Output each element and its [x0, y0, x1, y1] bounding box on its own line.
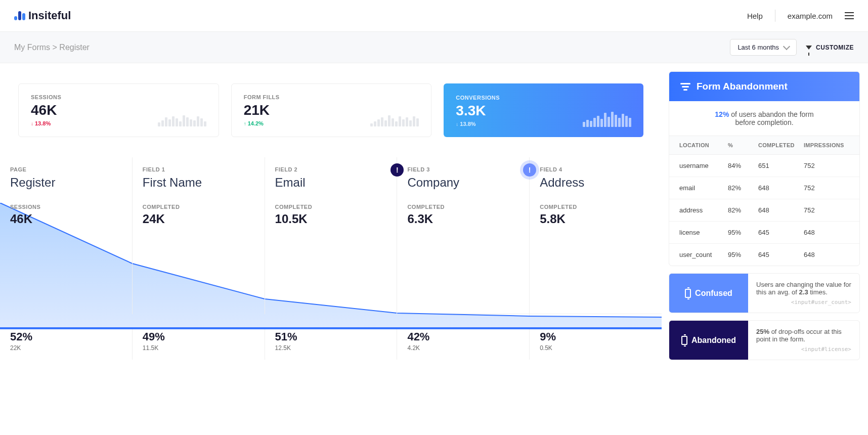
table-row[interactable]: license95%645648 [669, 222, 859, 244]
funnel-column[interactable]: !FIELD 3CompanyCOMPLETED6.3K [397, 157, 529, 314]
date-range-select[interactable]: Last 6 months [730, 39, 797, 56]
abandoned-insight[interactable]: Abandoned 25% of drop-offs occur at this… [669, 320, 860, 360]
abandonment-panel: Form Abandonment 12% of users abandon th… [669, 71, 860, 266]
sparkline [583, 109, 631, 127]
confused-badge: Confused [669, 274, 748, 313]
abandonment-pct: 12% [715, 110, 729, 118]
sparkline [370, 108, 419, 126]
abandonment-title: Form Abandonment [697, 81, 788, 92]
header-right: Help example.com [747, 10, 854, 22]
table-row[interactable]: email82%648752 [669, 177, 859, 199]
stat-cards: SESSIONS46K↓13.8%FORM FILLS21K↑14.2%CONV… [0, 73, 662, 147]
confused-insight[interactable]: Confused Users are changing the value fo… [669, 273, 860, 313]
help-link[interactable]: Help [747, 12, 763, 20]
abandonment-summary: 12% of users abandon the form before com… [669, 101, 859, 136]
abandoned-text: 25% of drop-offs occur at this point in … [748, 321, 859, 360]
abandonment-table-head: LOCATION % COMPLETED IMPRESSIONS [669, 136, 859, 155]
funnel-icon [680, 83, 690, 91]
app-header: Insiteful Help example.com [0, 0, 868, 32]
subheader-controls: Last 6 months CUSTOMIZE [730, 39, 854, 56]
subheader: My Forms > Register Last 6 months CUSTOM… [0, 32, 868, 63]
text-cursor-icon [681, 336, 687, 345]
customize-label: CUSTOMIZE [816, 44, 854, 51]
right-pane: Form Abandonment 12% of users abandon th… [669, 63, 868, 375]
table-row[interactable]: username84%651752 [669, 155, 859, 177]
stat-card[interactable]: FORM FILLS21K↑14.2% [231, 83, 432, 137]
left-pane: SESSIONS46K↓13.8%FORM FILLS21K↑14.2%CONV… [0, 63, 662, 375]
funnel-column[interactable]: FIELD 1First NameCOMPLETED24K [132, 157, 265, 314]
sparkline [158, 108, 206, 126]
funnel-columns: PAGERegisterSESSIONS46KFIELD 1First Name… [0, 157, 662, 314]
divider [775, 10, 775, 22]
confused-text: Users are changing the value for this an… [748, 274, 859, 313]
logo-icon [14, 11, 25, 20]
domain-link[interactable]: example.com [788, 12, 833, 20]
table-row[interactable]: address82%648752 [669, 199, 859, 222]
logo[interactable]: Insiteful [14, 9, 71, 22]
funnel-column[interactable]: PAGERegisterSESSIONS46K [0, 157, 132, 314]
menu-icon[interactable] [845, 12, 854, 19]
funnel-column[interactable]: !FIELD 2EmailCOMPLETED10.5K [265, 157, 397, 314]
stat-card[interactable]: SESSIONS46K↓13.8% [18, 83, 219, 137]
alert-icon[interactable]: ! [523, 163, 536, 177]
date-range-label: Last 6 months [737, 44, 779, 51]
brand-name: Insiteful [28, 9, 71, 22]
abandoned-badge: Abandoned [669, 321, 748, 360]
abandonment-table-body: username84%651752email82%648752address82… [669, 155, 859, 266]
funnel-chart: PAGERegisterSESSIONS46KFIELD 1First Name… [0, 157, 662, 360]
text-cursor-icon [685, 289, 691, 298]
funnel-column[interactable]: FIELD 4AddressCOMPLETED5.8K [529, 157, 662, 314]
chevron-down-icon [783, 42, 790, 50]
table-row[interactable]: user_count95%645648 [669, 244, 859, 266]
stat-card[interactable]: CONVERSIONS3.3K↓13.8% [444, 83, 643, 137]
filter-icon [806, 46, 812, 50]
breadcrumb[interactable]: My Forms > Register [14, 43, 90, 52]
svg-rect-0 [0, 327, 662, 329]
customize-button[interactable]: CUSTOMIZE [806, 44, 854, 51]
abandonment-header: Form Abandonment [669, 72, 859, 101]
main: SESSIONS46K↓13.8%FORM FILLS21K↑14.2%CONV… [0, 63, 868, 375]
